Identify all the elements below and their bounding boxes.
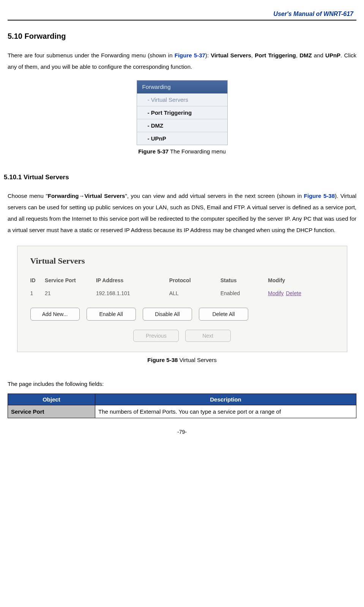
page-number: -79-	[8, 429, 356, 435]
col-ip: IP Address	[96, 277, 169, 283]
intro-bold-upnp: UPnP	[325, 52, 340, 58]
object-description-table: Object Description Service Port The numb…	[8, 394, 356, 418]
intro-sep1: ,	[251, 52, 255, 58]
figure-5-38-caption: Figure 5-38 Virtual Servers	[8, 357, 356, 363]
menu-item-dmz[interactable]: - DMZ	[137, 119, 227, 132]
col-modify: Modify	[268, 277, 334, 283]
section-heading: 5.10 Forwarding	[8, 32, 356, 41]
col-id: ID	[30, 277, 45, 283]
col-status: Status	[221, 277, 268, 283]
figure-5-38-link[interactable]: Figure 5-38	[304, 193, 335, 199]
cell-ip: 192.168.1.101	[96, 290, 169, 296]
virtual-servers-panel: Virtual Servers ID Service Port IP Addre…	[17, 246, 347, 352]
figure-5-37-number: Figure 5-37	[138, 148, 169, 155]
p1-a: Choose menu "	[8, 193, 48, 199]
obj-table-row: Service Port The numbers of External Por…	[8, 405, 356, 418]
disable-all-button[interactable]: Disable All	[143, 308, 192, 321]
cell-status: Enabled	[221, 290, 268, 296]
intro-text-mid: ):	[205, 52, 211, 58]
enable-all-button[interactable]: Enable All	[87, 308, 136, 321]
header-title: User's Manual of WNRT-617	[273, 11, 353, 17]
desc-cell-service-port: The numbers of External Ports. You can t…	[95, 405, 356, 418]
intro-and: and	[312, 52, 325, 58]
subsection-heading: 5.10.1 Virtual Servers	[4, 174, 356, 181]
cell-service-port: 21	[45, 290, 96, 296]
forwarding-menu: Forwarding - Virtual Servers - Port Trig…	[137, 80, 228, 145]
cell-protocol: ALL	[169, 290, 221, 296]
th-description: Description	[95, 394, 356, 405]
th-object: Object	[8, 394, 95, 405]
forwarding-menu-header[interactable]: Forwarding	[137, 81, 227, 93]
col-protocol: Protocol	[169, 277, 221, 283]
obj-table-head-row: Object Description	[8, 394, 356, 405]
next-button[interactable]: Next	[185, 330, 231, 342]
obj-cell-service-port: Service Port	[8, 405, 95, 418]
intro-bold-dmz: DMZ	[299, 52, 312, 58]
cell-id: 1	[30, 290, 45, 296]
intro-bold-port-triggering: Port Triggering	[255, 52, 296, 58]
figure-5-37-caption: Figure 5-37 The Forwarding menu	[8, 148, 356, 155]
panel-title: Virtual Servers	[30, 256, 340, 266]
virtual-servers-table: ID Service Port IP Address Protocol Stat…	[24, 275, 340, 299]
section-intro: There are four submenus under the Forwar…	[8, 50, 356, 73]
previous-button[interactable]: Previous	[133, 330, 179, 342]
subsection-intro: Choose menu "Forwarding→Virtual Servers"…	[8, 190, 356, 236]
menu-item-upnp[interactable]: - UPnP	[137, 132, 227, 145]
delete-link[interactable]: Delete	[286, 290, 301, 296]
p1-b: ", you can view and add virtual servers …	[125, 193, 304, 199]
figure-5-38: Virtual Servers ID Service Port IP Addre…	[8, 246, 356, 363]
cell-modify: ModifyDelete	[268, 290, 334, 296]
table-row: 1 21 192.168.1.101 ALL Enabled ModifyDel…	[24, 288, 340, 299]
intro-sep2: ,	[296, 52, 299, 58]
menu-item-port-triggering[interactable]: - Port Triggering	[137, 106, 227, 119]
delete-all-button[interactable]: Delete All	[199, 308, 248, 321]
col-service-port: Service Port	[45, 277, 96, 283]
button-row: Add New... Enable All Disable All Delete…	[30, 308, 340, 321]
add-new-button[interactable]: Add New...	[30, 308, 80, 321]
figure-5-38-number: Figure 5-38	[147, 357, 178, 363]
menu-item-virtual-servers[interactable]: - Virtual Servers	[137, 93, 227, 106]
page-header: User's Manual of WNRT-617	[8, 8, 356, 17]
figure-5-38-text: Virtual Servers	[178, 357, 216, 363]
header-divider	[8, 20, 356, 21]
p1-bold: Forwarding→Virtual Servers	[48, 193, 125, 199]
figure-5-37-text: The Forwarding menu	[169, 148, 226, 155]
figure-5-37: Forwarding - Virtual Servers - Port Trig…	[8, 80, 356, 155]
fields-intro: The page includes the following fields:	[8, 378, 356, 390]
intro-bold-virtual-servers: Virtual Servers	[211, 52, 251, 58]
pager-row: Previous Next	[24, 330, 340, 342]
modify-link[interactable]: Modify	[268, 290, 284, 296]
table-header-row: ID Service Port IP Address Protocol Stat…	[24, 275, 340, 286]
intro-text-a: There are four submenus under the Forwar…	[8, 52, 175, 58]
figure-5-37-link[interactable]: Figure 5-37	[175, 52, 205, 58]
